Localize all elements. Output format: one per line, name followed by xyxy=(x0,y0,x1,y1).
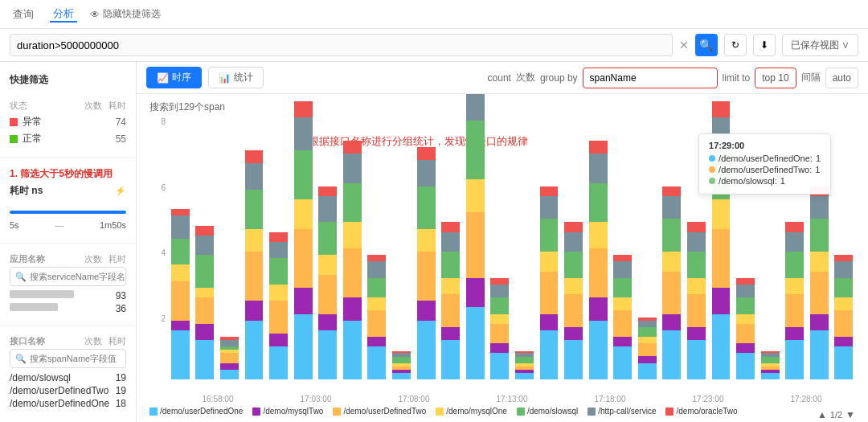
bar-segment-26-3 xyxy=(810,252,829,271)
bar-group-14 xyxy=(513,117,536,379)
bar-segment-26-5 xyxy=(810,196,829,219)
bar-segment-4-1 xyxy=(269,334,288,346)
bar-group-8 xyxy=(366,117,389,379)
bar-segment-3-6 xyxy=(245,150,264,163)
download-button[interactable]: ⬇ xyxy=(753,34,776,56)
bar-segment-10-0 xyxy=(417,321,436,379)
bar-segment-20-4 xyxy=(662,219,681,252)
bar-segment-13-4 xyxy=(490,297,509,313)
group-by-label: group by xyxy=(540,72,578,84)
bar-segment-20-1 xyxy=(662,314,681,330)
search-input[interactable] xyxy=(10,34,673,56)
bar-segment-11-0 xyxy=(441,340,460,379)
bar-segment-2-0 xyxy=(220,370,239,379)
bar-segment-16-5 xyxy=(564,232,583,252)
tooltip-row-3: /demo/slowsql: 1 xyxy=(709,176,821,186)
bar-segment-17-4 xyxy=(589,183,608,223)
bar-segment-19-4 xyxy=(638,327,657,337)
top-nav: 查询 分析 👁 隐藏快捷筛选 xyxy=(0,0,868,29)
tooltip-dot-2 xyxy=(709,166,715,173)
bar-group-10 xyxy=(415,117,438,379)
legend-item-0: /demo/userDefinedOne xyxy=(149,407,243,416)
bar-segment-27-1 xyxy=(834,337,853,346)
page-next[interactable]: ▼ xyxy=(845,409,855,420)
bar-segment-4-4 xyxy=(269,258,288,285)
clear-search-button[interactable]: ✕ xyxy=(679,39,689,51)
y-label-4: 4 xyxy=(161,248,166,257)
app-item-2: 36 xyxy=(10,302,126,315)
app-search-box[interactable]: 🔍 ⚡ xyxy=(10,267,126,286)
app-search-input[interactable] xyxy=(30,272,137,281)
y-axis: 8 6 4 2 xyxy=(149,117,169,379)
bar-group-1 xyxy=(194,117,217,379)
bar-segment-15-5 xyxy=(540,196,559,219)
nav-analysis[interactable]: 分析 xyxy=(50,6,77,23)
app-search-icon: 🔍 xyxy=(15,272,27,282)
bar-segment-18-2 xyxy=(613,310,632,337)
duration-title: 耗时 ns ⚡ xyxy=(10,184,126,198)
interface-search-box[interactable]: 🔍 ⚡ xyxy=(10,349,126,368)
interval-input[interactable]: auto xyxy=(825,68,858,88)
duration-filter-icon[interactable]: ⚡ xyxy=(115,186,126,196)
bar-group-27 xyxy=(833,117,856,379)
bar-segment-16-4 xyxy=(564,252,583,278)
range-slider[interactable]: 5s — 1m50s xyxy=(10,201,126,233)
bar-segment-15-4 xyxy=(540,219,559,252)
nav-query[interactable]: 查询 xyxy=(10,7,37,22)
bar-segment-18-0 xyxy=(613,346,632,379)
interface-item-3: /demo/userDefinedOne 18 xyxy=(10,397,126,410)
bar-segment-10-6 xyxy=(417,147,436,160)
tab-time-series[interactable]: 📈 时序 xyxy=(146,67,202,88)
quick-filter-section: 快捷筛选 xyxy=(0,68,136,95)
bar-segment-12-0 xyxy=(466,307,485,379)
bar-group-0 xyxy=(169,117,192,379)
page-prev[interactable]: ▲ xyxy=(817,409,827,420)
limit-to-label: limit to xyxy=(723,72,751,84)
interface-search-input[interactable] xyxy=(30,354,137,363)
bar-segment-0-6 xyxy=(171,209,190,215)
x-label-0: 16:58:00 xyxy=(203,395,234,404)
x-label-4: 17:18:00 xyxy=(595,395,626,404)
legend-item-4: /demo/slowsql xyxy=(517,407,578,416)
bar-segment-27-2 xyxy=(834,310,853,337)
stats-icon: 📊 xyxy=(219,72,231,84)
tooltip-row-2: /demo/userDefinedTwo: 1 xyxy=(709,165,821,174)
legend-item-3: /demo/mysqlOne xyxy=(436,407,507,416)
bar-segment-17-3 xyxy=(589,222,608,248)
bar-segment-14-4 xyxy=(515,357,534,363)
bar-segment-18-3 xyxy=(613,297,632,310)
bar-segment-19-5 xyxy=(638,321,657,327)
top-input[interactable]: top 10 xyxy=(755,68,796,88)
main-layout: 快捷筛选 状态 次数 耗时 异常 74 正常 55 xyxy=(0,62,868,422)
bar-segment-26-4 xyxy=(810,219,829,252)
bar-segment-23-1 xyxy=(736,343,755,353)
group-by-select[interactable] xyxy=(583,68,718,88)
interface-search-icon: 🔍 xyxy=(15,354,27,364)
y-label-8: 8 xyxy=(161,117,166,126)
bar-segment-27-5 xyxy=(834,261,853,277)
hidden-filter-toggle[interactable]: 👁 隐藏快捷筛选 xyxy=(90,7,161,21)
bar-segment-5-1 xyxy=(294,288,313,314)
x-label-1: 17:03:00 xyxy=(301,395,332,404)
search-button[interactable]: 🔍 xyxy=(695,34,718,56)
bar-segment-27-4 xyxy=(834,278,853,297)
bar-segment-1-2 xyxy=(195,297,214,324)
bar-segment-21-1 xyxy=(687,327,706,340)
bar-segment-7-5 xyxy=(343,154,362,183)
bar-group-2 xyxy=(218,117,241,379)
bar-segment-25-0 xyxy=(785,340,804,379)
bar-segment-20-5 xyxy=(662,196,681,219)
bar-segment-0-0 xyxy=(171,330,190,379)
times-label: 次数 xyxy=(516,71,535,84)
bar-segment-16-6 xyxy=(564,222,583,231)
bar-group-13 xyxy=(489,117,512,379)
refresh-button[interactable]: ↻ xyxy=(724,34,747,56)
bar-segment-23-0 xyxy=(736,353,755,379)
tab-stats[interactable]: 📊 统计 xyxy=(208,67,264,88)
bar-segment-0-3 xyxy=(171,264,190,281)
bar-segment-6-1 xyxy=(318,314,337,330)
bar-segment-7-2 xyxy=(343,248,362,297)
saved-view-button[interactable]: 已保存视图 ∨ xyxy=(782,34,858,56)
bar-segment-16-2 xyxy=(564,294,583,327)
status-section: 状态 次数 耗时 异常 74 正常 55 xyxy=(0,95,136,152)
